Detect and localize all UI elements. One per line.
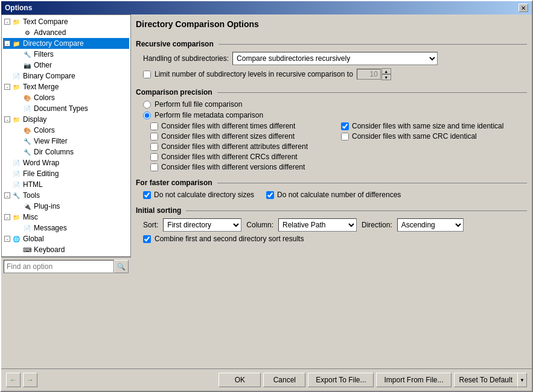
sort-row: Sort: First directory Second directory B… [136, 218, 527, 232]
sidebar: - 📁 Text Compare ⚙ Advanced - 📁 Director… [1, 14, 131, 257]
cancel-button[interactable]: Cancel [263, 373, 305, 387]
sidebar-item-plugins[interactable]: 🔌 Plug-ins [3, 201, 129, 212]
sidebar-item-display[interactable]: - 📁 Display [3, 114, 129, 125]
expand-icon[interactable]: - [4, 84, 10, 90]
check-diff-attrs: Consider files with different attributes… [150, 142, 336, 151]
no-dir-sizes-checkbox[interactable] [143, 191, 151, 199]
check-same-size-time: Consider files with same size and time i… [341, 122, 527, 130]
folder-icon: 📁 [11, 17, 21, 27]
sidebar-label: Tools [23, 191, 40, 200]
doc-icon: 📄 [22, 104, 32, 113]
expand-icon[interactable]: - [4, 40, 10, 46]
diff-sizes-checkbox[interactable] [150, 133, 158, 141]
expand-icon[interactable]: - [4, 19, 10, 25]
same-crc-checkbox[interactable] [341, 133, 349, 141]
sidebar-item-directory-compare[interactable]: - 📁 Directory Compare [3, 38, 129, 49]
section-header-precision: Comparison precision [136, 88, 212, 96]
full-compare-radio[interactable] [143, 101, 151, 109]
sidebar-item-misc[interactable]: - 📁 Misc [3, 212, 129, 223]
sidebar-label: Messages [34, 224, 67, 232]
combine-checkbox[interactable] [143, 235, 151, 243]
html-icon: 📄 [11, 180, 21, 189]
file-icon: 📄 [11, 169, 21, 179]
check-diff-versions: Consider files with different versions d… [150, 163, 336, 171]
sidebar-item-binary-compare[interactable]: 📄 Binary Compare [3, 71, 129, 81]
other-icon: 📷 [22, 60, 32, 70]
combine-row: Combine first and second directory sort … [136, 235, 527, 243]
wrap-icon: 📄 [11, 158, 21, 168]
sidebar-item-document-types[interactable]: 📄 Document Types [3, 103, 129, 114]
folder-icon: 📁 [11, 212, 21, 222]
sidebar-item-view-filter[interactable]: 🔧 View Filter [3, 136, 129, 147]
limit-checkbox[interactable] [143, 71, 151, 78]
spin-up-button[interactable]: ▲ [381, 68, 391, 74]
sort-dropdown[interactable]: First directory Second directory Both di… [163, 218, 241, 232]
sidebar-item-colors-d[interactable]: 🎨 Colors [3, 125, 129, 136]
no-diff-count-checkbox[interactable] [266, 191, 274, 199]
column-dropdown[interactable]: Relative Path Name Size Date [278, 218, 357, 232]
spinner: ▲ ▼ [381, 68, 391, 80]
expand-icon[interactable]: - [4, 214, 10, 220]
import-button[interactable]: Import From File... [376, 373, 451, 387]
diff-crcs-checkbox[interactable] [150, 153, 158, 161]
check-diff-crcs: Consider files with different CRCs diffe… [150, 153, 336, 161]
no-dir-sizes-label: Do not calculate directory sizes [154, 191, 254, 199]
sidebar-item-file-editing[interactable]: 📄 File Editing [3, 168, 129, 179]
handling-row: Handling of subdirectories: Compare subd… [136, 52, 527, 65]
sidebar-item-text-merge[interactable]: - 📁 Text Merge [3, 81, 129, 92]
diff-times-checkbox[interactable] [150, 122, 158, 130]
section-header-recursive: Recursive comparison [136, 40, 214, 48]
sidebar-label: Plug-ins [34, 202, 60, 210]
sidebar-item-word-wrap[interactable]: 📄 Word Wrap [3, 157, 129, 168]
sidebar-label: Directory Compare [23, 39, 84, 48]
sidebar-item-advanced[interactable]: ⚙ Advanced [3, 27, 129, 38]
spin-down-button[interactable]: ▼ [381, 74, 391, 80]
sidebar-item-keyboard[interactable]: ⌨ Keyboard [3, 244, 129, 255]
handling-dropdown[interactable]: Compare subdirectories recursively Do no… [232, 52, 438, 65]
filter-icon: 🔧 [22, 136, 32, 146]
reset-split-button: Reset To Default ▼ [454, 373, 528, 387]
same-size-time-checkbox[interactable] [341, 122, 349, 130]
keyboard-icon: ⌨ [22, 245, 32, 254]
sidebar-item-messages[interactable]: 📄 Messages [3, 223, 129, 233]
direction-label: Direction: [362, 221, 392, 229]
same-crc-label: Consider files with same CRC identical [352, 132, 477, 141]
ok-button[interactable]: OK [219, 373, 261, 387]
sidebar-label: Word Wrap [23, 159, 59, 167]
back-button[interactable]: ← [6, 373, 21, 387]
sidebar-item-tools[interactable]: - 🔧 Tools [3, 190, 129, 201]
footer-right: OK Cancel Export To File... Import From … [219, 373, 527, 387]
footer-left: ← → [6, 373, 37, 387]
direction-dropdown[interactable]: Ascending Descending [397, 218, 464, 232]
search-input[interactable] [4, 260, 114, 273]
sidebar-item-html[interactable]: 📄 HTML [3, 179, 129, 190]
sidebar-item-colors-tm[interactable]: 🎨 Colors [3, 92, 129, 103]
section-faster: For faster comparison [136, 179, 527, 187]
check-no-diff-count: Do not calculate number of differences [266, 191, 401, 199]
diff-attrs-checkbox[interactable] [150, 143, 158, 151]
sidebar-item-filters[interactable]: 🔧 Filters [3, 49, 129, 60]
sidebar-item-dir-columns[interactable]: 🔧 Dir Columns [3, 147, 129, 157]
limit-value-input [357, 69, 381, 80]
sidebar-label: Binary Compare [23, 72, 75, 80]
export-button[interactable]: Export To File... [308, 373, 374, 387]
section-sorting: Initial sorting [136, 206, 527, 215]
expand-icon[interactable]: - [4, 192, 10, 198]
diff-times-label: Consider files with different times diff… [161, 122, 295, 130]
expand-icon[interactable]: - [4, 236, 10, 242]
sidebar-item-other[interactable]: 📷 Other [3, 60, 129, 71]
diff-versions-checkbox[interactable] [150, 163, 158, 171]
check-diff-sizes: Consider files with different sizes diff… [150, 132, 336, 141]
metadata-radio[interactable] [143, 112, 151, 119]
reset-button[interactable]: Reset To Default [454, 373, 518, 387]
close-button[interactable]: ✕ [519, 4, 528, 12]
sidebar-item-text-compare[interactable]: - 📁 Text Compare [3, 16, 129, 27]
sidebar-item-global[interactable]: - 🌐 Global [3, 233, 129, 244]
reset-dropdown-button[interactable]: ▼ [517, 373, 527, 387]
sidebar-label: Other [34, 61, 52, 69]
search-button[interactable]: 🔍 [114, 260, 129, 273]
sidebar-label: Dir Columns [34, 148, 74, 156]
forward-button[interactable]: → [23, 373, 37, 387]
tools-icon: 🔧 [11, 191, 21, 200]
expand-icon[interactable]: - [4, 116, 10, 122]
